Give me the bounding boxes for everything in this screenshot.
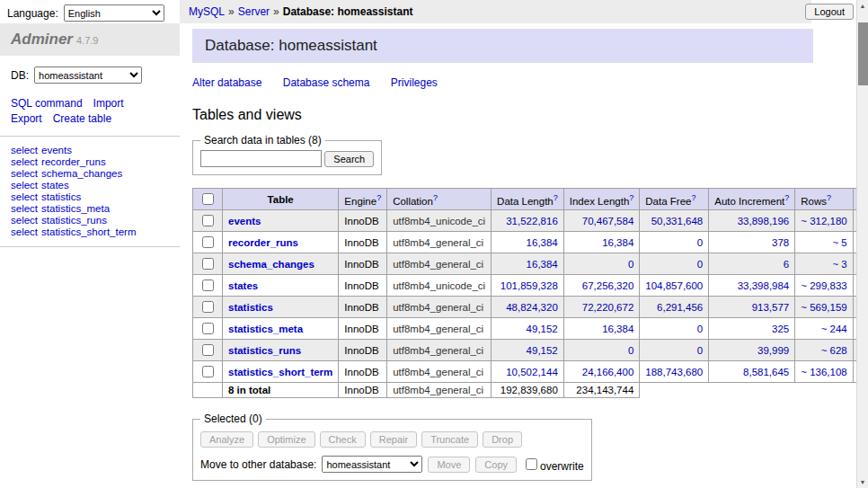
search-input[interactable] xyxy=(200,150,322,167)
rows-count-link[interactable]: ~ 569,159 xyxy=(801,302,846,313)
index-length-cell: 72,220,672 xyxy=(563,297,640,318)
app-version: 4.7.9 xyxy=(76,35,98,46)
vertical-scrollbar[interactable]: ▲ ▼ xyxy=(856,0,868,488)
logout-button[interactable]: Logout xyxy=(805,4,854,20)
table-name-link[interactable]: statistics_runs xyxy=(228,345,301,356)
table-name-link[interactable]: states xyxy=(228,280,258,291)
engine-help-link[interactable]: ? xyxy=(376,193,381,202)
row-checkbox[interactable] xyxy=(202,344,214,356)
table-name-link[interactable]: statistics_short_term xyxy=(228,367,332,377)
collation-help-link[interactable]: ? xyxy=(433,193,438,202)
search-fieldset: Search data in tables (8) Search xyxy=(192,134,382,175)
sidebar-table-link[interactable]: schema_changes xyxy=(41,168,122,179)
truncate-button[interactable]: Truncate xyxy=(421,431,478,448)
data-length-help-link[interactable]: ? xyxy=(554,193,558,202)
table-name-link[interactable]: schema_changes xyxy=(228,259,314,270)
header-table: Table xyxy=(223,189,339,210)
rows-count-link[interactable]: ~ 5 xyxy=(832,237,846,248)
sidebar-table-item: selectstatistics_short_term xyxy=(11,226,169,238)
sidebar-table-link[interactable]: recorder_runs xyxy=(41,156,106,167)
select-all-checkbox[interactable] xyxy=(202,193,214,205)
sidebar-table-link[interactable]: statistics_meta xyxy=(41,203,110,214)
language-select[interactable]: English xyxy=(64,4,164,22)
scroll-up-icon[interactable]: ▲ xyxy=(857,0,868,12)
table-row: statistics_runs InnoDB utf8mb4_general_c… xyxy=(193,340,857,361)
index-length-help-link[interactable]: ? xyxy=(629,193,633,202)
tables-table: Table Engine? Collation? Data Length? In… xyxy=(192,188,856,398)
sidebar-table-link[interactable]: statistics xyxy=(41,191,81,202)
sidebar-link-export[interactable]: Export xyxy=(11,112,42,125)
row-checkbox[interactable] xyxy=(202,366,214,377)
sidebar-select-link[interactable]: select xyxy=(11,168,38,179)
optimize-button[interactable]: Optimize xyxy=(258,431,314,448)
rows-count-link[interactable]: ~ 312,180 xyxy=(801,216,846,226)
overwrite-label: overwrite xyxy=(540,460,584,473)
header-collation: Collation? xyxy=(387,189,492,210)
header-data-free: Data Free? xyxy=(640,189,709,210)
breadcrumb-current: Database: homeassistant xyxy=(283,5,413,18)
table-name-link[interactable]: statistics xyxy=(228,302,273,313)
sidebar-link-import[interactable]: Import xyxy=(93,97,124,110)
sidebar-link-create-table[interactable]: Create table xyxy=(53,112,111,125)
scrollbar-thumb[interactable] xyxy=(858,22,868,85)
overwrite-checkbox[interactable] xyxy=(526,458,537,470)
rows-count-link[interactable]: ~ 136,108 xyxy=(801,367,846,377)
sidebar-select-link[interactable]: select xyxy=(11,145,38,155)
search-button[interactable]: Search xyxy=(324,151,374,167)
sidebar-link-sql-command[interactable]: SQL command xyxy=(11,97,83,110)
move-button[interactable]: Move xyxy=(428,457,470,473)
row-checkbox[interactable] xyxy=(202,215,214,226)
sidebar-select-link[interactable]: select xyxy=(11,203,38,214)
sidebar-table-link[interactable]: events xyxy=(41,145,72,155)
move-db-select[interactable]: homeassistant xyxy=(322,456,422,473)
collation-cell: utf8mb4_general_ci xyxy=(387,253,492,275)
scroll-down-icon[interactable]: ▼ xyxy=(857,476,868,488)
auto-increment-cell: 39,999 xyxy=(709,340,795,361)
row-checkbox[interactable] xyxy=(202,236,214,248)
privileges-link[interactable]: Privileges xyxy=(391,76,438,89)
sidebar-select-link[interactable]: select xyxy=(11,215,38,226)
collation-cell: utf8mb4_general_ci xyxy=(387,340,492,361)
breadcrumb-server-link[interactable]: Server xyxy=(238,5,270,18)
breadcrumb-mysql-link[interactable]: MySQL xyxy=(189,5,225,18)
table-name-link[interactable]: events xyxy=(228,216,261,226)
database-schema-link[interactable]: Database schema xyxy=(283,76,370,89)
row-checkbox[interactable] xyxy=(202,279,214,291)
analyze-button[interactable]: Analyze xyxy=(200,431,253,448)
check-button[interactable]: Check xyxy=(320,431,366,448)
table-name-link[interactable]: statistics_meta xyxy=(228,324,303,334)
app-logo: Adminer4.7.9 xyxy=(0,23,180,56)
db-select[interactable]: homeassistant xyxy=(34,67,142,84)
row-checkbox[interactable] xyxy=(202,258,214,270)
language-area: Language: English xyxy=(7,4,164,22)
data-free-cell: 0 xyxy=(640,253,709,275)
engine-cell: InnoDB xyxy=(339,210,387,232)
data-free-cell: 50,331,648 xyxy=(640,210,709,232)
selected-legend: Selected (0) xyxy=(200,413,266,425)
sidebar-select-link[interactable]: select xyxy=(11,191,38,202)
sidebar-table-link[interactable]: statistics_short_term xyxy=(41,226,136,237)
header-index-length: Index Length? xyxy=(563,189,640,210)
app-name[interactable]: Adminer xyxy=(11,31,73,48)
row-checkbox[interactable] xyxy=(202,301,214,313)
rows-count-link[interactable]: ~ 628 xyxy=(821,345,847,356)
sidebar-table-link[interactable]: states xyxy=(41,180,69,191)
data-free-help-link[interactable]: ? xyxy=(691,193,695,202)
rows-count-link[interactable]: ~ 244 xyxy=(821,324,847,334)
index-length-cell: 67,256,320 xyxy=(563,275,640,297)
engine-cell: InnoDB xyxy=(339,297,387,318)
rows-help-link[interactable]: ? xyxy=(827,193,831,202)
drop-button[interactable]: Drop xyxy=(483,431,522,448)
sidebar-select-link[interactable]: select xyxy=(11,226,38,237)
copy-button[interactable]: Copy xyxy=(475,457,517,473)
repair-button[interactable]: Repair xyxy=(370,431,417,448)
rows-count-link[interactable]: ~ 299,833 xyxy=(801,280,846,291)
rows-count-link[interactable]: ~ 3 xyxy=(832,259,846,270)
row-checkbox[interactable] xyxy=(202,323,214,334)
table-name-link[interactable]: recorder_runs xyxy=(228,237,298,248)
sidebar-select-link[interactable]: select xyxy=(11,180,38,191)
alter-database-link[interactable]: Alter database xyxy=(192,76,261,89)
sidebar-select-link[interactable]: select xyxy=(11,156,38,167)
auto-increment-help-link[interactable]: ? xyxy=(784,193,789,202)
sidebar-table-link[interactable]: statistics_runs xyxy=(41,215,107,226)
